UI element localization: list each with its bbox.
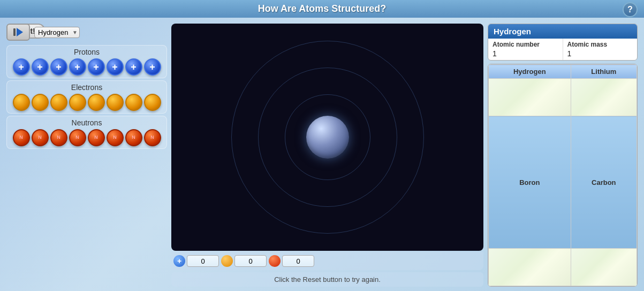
atomic-number-col: Atomic number 1 [488, 39, 563, 60]
proton-1[interactable] [13, 58, 30, 76]
electron-4[interactable] [69, 94, 86, 111]
neutron-counter: 0 [269, 255, 314, 267]
info-card-body: Atomic number 1 Atomic mass 1 [488, 39, 637, 60]
protons-section: Protons [6, 45, 167, 78]
electron-2[interactable] [32, 94, 49, 111]
electron-8[interactable] [144, 94, 161, 111]
neutron-counter-input[interactable]: 0 [282, 255, 314, 267]
right-panel: Hydrogen Atomic number 1 Atomic mass 1 H… [488, 24, 638, 287]
neutron-1[interactable]: N [13, 129, 30, 146]
proton-counter-btn[interactable]: + [173, 255, 185, 267]
grid-row3-col1[interactable] [489, 249, 571, 286]
atomic-mass-label: Atomic mass [567, 41, 633, 48]
status-message: Click the Reset button to try again. [274, 275, 381, 283]
proton-6[interactable] [107, 58, 124, 76]
atomic-mass-value: 1 [567, 49, 633, 58]
electron-counter-btn[interactable] [221, 255, 233, 267]
nucleus [306, 116, 349, 159]
grid-row3-col2[interactable] [571, 249, 637, 286]
neutrons-grid: N N N N N N N N [10, 129, 163, 146]
page-title: How Are Atoms Structured? [0, 3, 644, 14]
electron-5[interactable] [88, 94, 105, 111]
element-grid: Hydrogen Lithium Boron Carbon [488, 64, 638, 287]
proton-5[interactable] [88, 58, 105, 76]
electron-3[interactable] [50, 94, 67, 111]
electrons-grid [10, 94, 163, 111]
electron-7[interactable] [125, 94, 142, 111]
electron-counter: 0 [221, 255, 267, 267]
grid-col1-header[interactable]: Hydrogen [489, 65, 571, 79]
controls-top: Hydrogen Helium Lithium Boron Carbon [6, 24, 167, 41]
electron-6[interactable] [107, 94, 124, 111]
element-select-wrapper: Hydrogen Helium Lithium Boron Carbon [34, 27, 80, 38]
proton-counter-input[interactable]: 0 [187, 255, 219, 267]
center-panel: + 0 0 0 Click the Reset button to try ag… [171, 24, 483, 287]
neutron-counter-btn[interactable] [269, 255, 281, 267]
play-icon [17, 28, 23, 36]
electrons-label: Electrons [10, 83, 163, 92]
neutron-6[interactable]: N [107, 129, 124, 146]
help-button[interactable]: ? [623, 2, 638, 17]
title-bar: How Are Atoms Structured? ? [0, 0, 644, 18]
grid-row1-col2[interactable] [571, 79, 637, 116]
atomic-number-value: 1 [493, 49, 558, 58]
grid-table: Hydrogen Lithium Boron Carbon [488, 64, 637, 286]
neutron-2[interactable]: N [32, 129, 49, 146]
counter-row: + 0 0 0 [171, 252, 483, 270]
neutron-4[interactable]: N [69, 129, 86, 146]
atomic-mass-col: Atomic mass 1 [563, 39, 638, 60]
proton-7[interactable] [125, 58, 142, 76]
proton-counter: + 0 [173, 255, 219, 267]
info-card-title: Hydrogen [488, 24, 637, 39]
neutron-7[interactable]: N [125, 129, 142, 146]
proton-8[interactable] [144, 58, 161, 76]
grid-col2-header[interactable]: Lithium [571, 65, 637, 79]
proton-3[interactable] [50, 58, 67, 76]
neutrons-label: Neutrons [10, 118, 163, 127]
proton-2[interactable] [32, 58, 49, 76]
status-bar: Click the Reset button to try again. [171, 272, 483, 287]
play-button[interactable] [6, 24, 30, 41]
electron-counter-input[interactable]: 0 [234, 255, 267, 267]
grid-row1-col1[interactable] [489, 79, 571, 116]
electrons-section: Electrons [6, 80, 167, 114]
left-panel: Hydrogen Helium Lithium Boron Carbon Pro… [6, 24, 167, 287]
protons-grid [10, 58, 163, 76]
pause-bar-1 [13, 28, 16, 36]
info-card: Hydrogen Atomic number 1 Atomic mass 1 [488, 24, 638, 61]
element-select[interactable]: Hydrogen Helium Lithium Boron Carbon [34, 27, 80, 38]
electron-1[interactable] [13, 94, 30, 111]
main-content: Hydrogen Helium Lithium Boron Carbon Pro… [0, 19, 644, 291]
grid-carbon-cell[interactable]: Carbon [571, 116, 637, 249]
atom-canvas [171, 24, 483, 251]
protons-label: Protons [10, 48, 163, 56]
neutrons-section: Neutrons N N N N N N N N [6, 116, 167, 149]
atomic-number-label: Atomic number [493, 41, 558, 48]
grid-boron-cell[interactable]: Boron [489, 116, 571, 249]
neutron-3[interactable]: N [50, 129, 67, 146]
neutron-8[interactable]: N [144, 129, 161, 146]
proton-4[interactable] [69, 58, 86, 76]
neutron-5[interactable]: N [88, 129, 105, 146]
